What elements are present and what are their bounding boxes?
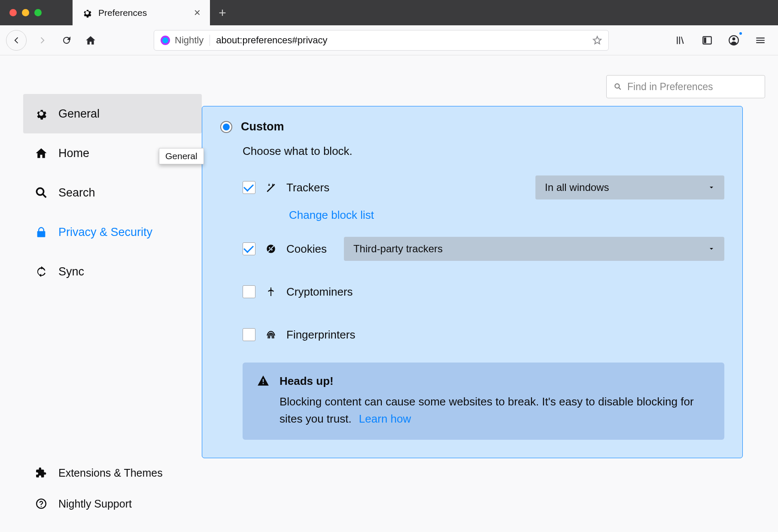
- trackers-icon: [265, 182, 277, 193]
- trackers-label: Trackers: [286, 181, 329, 194]
- sidebar-item-general[interactable]: General: [23, 94, 202, 133]
- cookies-checkbox[interactable]: [243, 242, 255, 255]
- home-icon: [34, 147, 48, 160]
- sidebar-item-sync[interactable]: Sync: [23, 252, 202, 291]
- find-in-prefs-wrap: Find in Preferences: [606, 75, 765, 98]
- learn-how-link[interactable]: Learn how: [359, 412, 411, 425]
- minimize-window-button[interactable]: [22, 9, 29, 16]
- forward-button[interactable]: [34, 32, 51, 48]
- change-block-list-link[interactable]: Change block list: [289, 209, 374, 222]
- gear-icon: [34, 107, 48, 120]
- sidebar-item-privacy[interactable]: Privacy & Security: [23, 212, 202, 252]
- chevron-down-icon: [708, 245, 715, 252]
- toolbar-right: [672, 32, 772, 48]
- lock-icon: [34, 226, 48, 238]
- trackers-checkbox[interactable]: [243, 181, 255, 194]
- cryptominers-row: Cryptominers: [243, 277, 724, 307]
- content-area: General Home Search Privacy & Security S: [0, 55, 778, 532]
- identity-label: Nightly: [175, 35, 204, 46]
- heads-up-banner: Heads up! Blocking content can cause som…: [243, 363, 724, 440]
- custom-protection-box: Custom Choose what to block. Trackers In…: [202, 106, 743, 458]
- cryptominers-label: Cryptominers: [286, 285, 353, 299]
- notification-dot-icon: [738, 31, 743, 36]
- sidebar-label-extensions: Extensions & Themes: [58, 467, 163, 479]
- firefox-nightly-icon: [160, 35, 170, 45]
- sidebar-item-extensions[interactable]: Extensions & Themes: [23, 457, 202, 488]
- sidebar-label-support: Nightly Support: [58, 498, 132, 510]
- app-menu-icon[interactable]: [752, 32, 769, 48]
- search-icon: [614, 82, 622, 91]
- heads-up-title: Heads up!: [280, 375, 710, 388]
- svg-point-6: [615, 84, 619, 88]
- sidebar-bottom: Extensions & Themes Nightly Support: [23, 457, 202, 532]
- svg-point-5: [732, 37, 735, 40]
- sidebar-item-support[interactable]: Nightly Support: [23, 488, 202, 519]
- sidebar-label-search: Search: [58, 186, 95, 200]
- cryptominers-checkbox[interactable]: [243, 285, 255, 298]
- tooltip-general: General: [159, 148, 204, 164]
- close-window-button[interactable]: [9, 9, 17, 16]
- back-button[interactable]: [6, 30, 27, 51]
- sync-icon: [34, 265, 48, 278]
- trackers-row: Trackers In all windows: [243, 172, 724, 203]
- tooltip-text: General: [165, 151, 198, 161]
- cookies-select-value: Third-party trackers: [353, 243, 443, 255]
- svg-rect-3: [704, 37, 706, 43]
- warning-icon: [257, 375, 269, 428]
- protection-level-custom-radio[interactable]: Custom: [220, 120, 724, 133]
- chevron-down-icon: [708, 184, 715, 191]
- cryptominers-icon: [265, 286, 277, 297]
- gear-icon: [82, 8, 92, 18]
- window-titlebar: Preferences × +: [0, 0, 778, 25]
- close-tab-icon[interactable]: ×: [194, 6, 201, 19]
- fingerprinters-checkbox[interactable]: [243, 328, 255, 341]
- find-in-prefs-input[interactable]: Find in Preferences: [606, 75, 765, 98]
- find-placeholder: Find in Preferences: [627, 81, 713, 93]
- fingerprinters-label: Fingerprinters: [286, 328, 355, 342]
- trackers-select-value: In all windows: [545, 181, 609, 193]
- svg-point-10: [269, 247, 270, 248]
- search-icon: [34, 186, 48, 199]
- sidebar-label-home: Home: [58, 147, 89, 160]
- bookmark-star-icon[interactable]: [592, 35, 602, 45]
- new-tab-button[interactable]: +: [210, 0, 235, 25]
- cookies-select[interactable]: Third-party trackers: [344, 237, 724, 261]
- zoom-window-button[interactable]: [34, 9, 42, 16]
- traffic-lights: [0, 9, 51, 16]
- trackers-select[interactable]: In all windows: [535, 175, 724, 200]
- url-bar[interactable]: Nightly about:preferences#privacy: [154, 30, 609, 51]
- svg-point-7: [36, 188, 43, 195]
- library-icon[interactable]: [672, 32, 689, 48]
- main-panel: Custom Choose what to block. Trackers In…: [202, 68, 778, 532]
- identity-box[interactable]: Nightly: [160, 35, 210, 46]
- radio-selected-icon: [220, 121, 232, 133]
- tab-strip: Preferences × +: [73, 0, 235, 25]
- url-address: about:preferences#privacy: [216, 35, 327, 46]
- fingerprint-icon: [265, 329, 277, 340]
- tab-title: Preferences: [98, 8, 147, 18]
- fingerprinters-row: Fingerprinters: [243, 320, 724, 350]
- account-icon[interactable]: [726, 32, 742, 48]
- cookies-row: Cookies Third-party trackers: [243, 234, 724, 264]
- heads-up-text: Blocking content can cause some websites…: [280, 395, 694, 425]
- cookies-label: Cookies: [286, 242, 327, 256]
- sidebar-label-general: General: [58, 107, 100, 121]
- help-icon: [34, 498, 48, 509]
- sidebar-label-sync: Sync: [58, 265, 84, 278]
- custom-title: Custom: [241, 120, 284, 133]
- svg-point-1: [162, 37, 168, 43]
- custom-subtitle: Choose what to block.: [243, 145, 724, 158]
- sidebar-item-search[interactable]: Search: [23, 173, 202, 212]
- puzzle-icon: [34, 467, 48, 478]
- home-button[interactable]: [82, 32, 99, 48]
- svg-point-11: [271, 249, 272, 250]
- svg-point-8: [36, 499, 46, 508]
- sidebar-icon[interactable]: [699, 32, 715, 48]
- sidebar-label-privacy: Privacy & Security: [58, 226, 152, 239]
- reload-button[interactable]: [58, 32, 75, 48]
- tab-preferences[interactable]: Preferences ×: [73, 0, 210, 25]
- heads-up-body: Blocking content can cause some websites…: [280, 393, 710, 428]
- nav-toolbar: Nightly about:preferences#privacy: [0, 25, 778, 55]
- cookies-icon: [265, 243, 277, 254]
- prefs-sidebar: General Home Search Privacy & Security S: [0, 68, 202, 532]
